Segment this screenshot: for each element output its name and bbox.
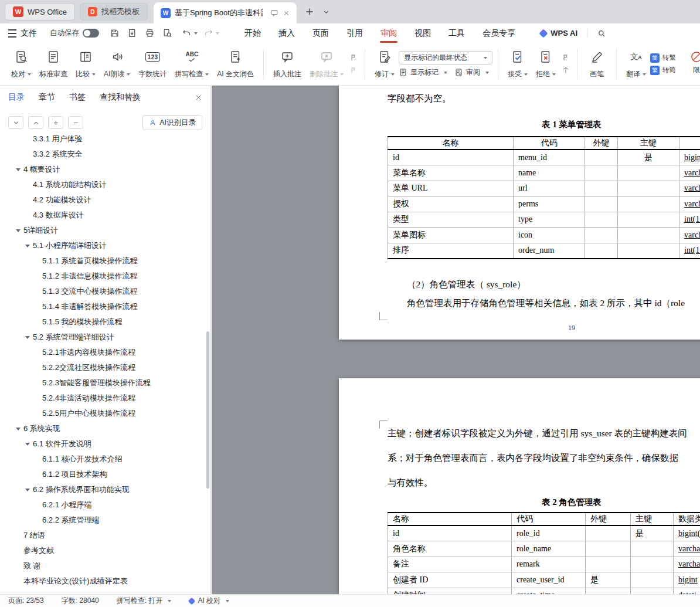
active-document-tab[interactable]: W 基于Spring Boot的非遗科普 [154,2,297,23]
outline-item[interactable]: 5.2.2交流社区模块操作流程 [0,360,207,375]
outline-item[interactable]: 参考文献 [0,543,207,558]
save-button[interactable] [110,28,120,38]
tab-contents[interactable]: 目录 [8,92,25,103]
close-pane-icon[interactable] [195,94,202,101]
wps-ai-button[interactable]: WPS AI [540,29,577,38]
sidebar-scrollbar[interactable] [206,331,209,489]
reviewers-button[interactable]: 审阅 [454,67,489,77]
outline-item[interactable]: 6.2.2 系统管理端 [0,513,207,528]
markup-state-select[interactable]: 显示标记的最终状态 [399,51,492,65]
outline-item[interactable]: 6.1.2 项目技术架构 [0,467,207,482]
delete-comment-button[interactable]: 删除批注 [305,45,348,83]
next-comment-icon[interactable] [349,66,358,74]
collapse-arrow-icon[interactable] [16,229,21,232]
comment-bubble-icon[interactable] [270,9,278,17]
proofread-button[interactable]: 校对 [7,45,35,83]
file-menu-button[interactable]: 文件 [8,28,37,39]
compare-button[interactable]: 比较 [72,45,100,83]
collapse-arrow-icon[interactable] [16,168,21,171]
outline-item[interactable]: 5.1.3 交流中心模块操作流程 [0,284,207,299]
outline-item[interactable]: 5.1 小程序端详细设计 [0,238,207,253]
outline-item[interactable]: 5.2.3智能客服管理模块操作流程 [0,375,207,391]
ink-pen-button[interactable]: 画笔 [583,45,611,83]
undo-button[interactable] [182,28,198,38]
outline-item[interactable]: 5.1.1 系统首页模块操作流程 [0,253,207,269]
outline-item[interactable]: 5.2.5用户中心模块操作流程 [0,406,207,421]
outline-item[interactable]: 4.1 系统功能结构设计 [0,177,207,192]
expand-all-button[interactable] [8,116,23,129]
redo-dropdown-caret[interactable] [216,32,219,36]
outline-item[interactable]: 7 结语 [0,528,207,543]
document-canvas[interactable]: 字段都不为空。 表 1 菜单管理表 名称代码外键主键数idmenu_id是big… [212,86,700,594]
collapse-arrow-icon[interactable] [25,489,30,491]
ai-proofread-indicator[interactable]: AI 校对 [189,596,229,606]
menu-tab-工具[interactable]: 工具 [440,23,474,43]
print-preview-button[interactable] [162,28,172,38]
word-count-indicator[interactable]: 字数: 28040 [62,596,99,606]
collapse-arrow-icon[interactable] [25,443,30,446]
redo-button[interactable] [203,28,219,38]
insert-comment-button[interactable]: 插入批注 [269,45,305,83]
outline-item[interactable]: 致 谢 [0,558,207,574]
outline-item[interactable]: 4.2 功能模块设计 [0,192,207,208]
previous-comment-icon[interactable] [349,53,358,62]
collapse-arrow-icon[interactable] [25,245,30,247]
menu-tab-插入[interactable]: 插入 [270,23,304,43]
outline-item[interactable]: 6.1.1 核心开发技术介绍 [0,452,207,467]
track-changes-button[interactable]: 修订 [371,45,399,83]
outline-item[interactable]: 4 概要设计 [0,162,207,177]
outline-item[interactable]: 6 系统实现 [0,421,207,436]
print-button[interactable] [145,28,155,38]
previous-change-icon[interactable] [562,53,570,62]
spellcheck-indicator[interactable]: 拼写检查: 打开 [117,596,172,606]
outline-item[interactable]: 5.1.4 非遗解答模块操作流程 [0,299,207,314]
restrict-edit-button[interactable]: 限 [682,45,700,79]
document-page-19[interactable]: 字段都不为空。 表 1 菜单管理表 名称代码外键主键数idmenu_id是big… [339,86,700,340]
collapse-all-button[interactable] [28,116,43,129]
page-indicator[interactable]: 页面: 23/53 [8,596,44,606]
new-tab-button[interactable] [305,7,314,16]
accept-change-button[interactable]: 接受 [504,45,532,83]
menu-tab-会员专享[interactable]: 会员专享 [474,23,524,43]
close-tab-icon[interactable] [283,10,290,16]
tab-chapters[interactable]: 章节 [39,92,55,103]
menu-tab-审阅[interactable]: 审阅 [372,23,406,43]
undo-dropdown-caret[interactable] [194,32,198,36]
outline-item[interactable]: 5.2.4非遗活动模块操作流程 [0,391,207,406]
promote-button[interactable] [48,116,63,129]
outline-item[interactable]: 3.3.1 用户体验 [0,131,207,147]
tab-find-replace[interactable]: 查找和替换 [100,92,141,103]
outline-item[interactable]: 5详细设计 [0,223,207,238]
outline-item[interactable]: 6.2 操作系统界面和功能实现 [0,482,207,497]
next-change-icon[interactable] [562,66,570,74]
outline-item[interactable]: 本科毕业论文(设计)成绩评定表 [0,574,207,589]
autosave-toggle[interactable] [83,29,99,38]
menu-tab-开始[interactable]: 开始 [236,23,270,43]
reject-change-button[interactable]: 拒绝 [532,45,560,83]
ai-read-aloud-button[interactable]: AI朗读 [100,45,134,83]
search-button[interactable] [597,29,606,38]
standard-review-button[interactable]: 标准审查 [35,45,72,83]
outline-item[interactable]: 5.1.5 我的模块操作流程 [0,314,207,330]
show-markup-button[interactable]: 显示标记 [399,67,447,77]
docer-template-tab[interactable]: D 找稻壳模板 [80,3,148,21]
outline-item[interactable]: 3.3.2 系统安全 [0,147,207,162]
export-pdf-button[interactable] [127,28,137,38]
menu-tab-引用[interactable]: 引用 [338,23,372,43]
outline-item[interactable]: 5.1.2 非遗信息模块操作流程 [0,269,207,284]
collapse-arrow-icon[interactable] [25,336,30,339]
outline-item[interactable]: 6.2.1 小程序端 [0,497,207,513]
outline-item[interactable]: 5.2.1非遗内容模块操作流程 [0,345,207,360]
outline-item[interactable]: 4.3 数据库设计 [0,208,207,223]
ai-recognize-toc-button[interactable]: AI识别目录 [142,115,202,130]
tab-list-chevron-icon[interactable] [322,8,330,16]
outline-item[interactable]: 5.2 系统管理端详细设计 [0,330,207,345]
spell-check-button[interactable]: ABC 拼写检查 [171,45,213,83]
outline-item[interactable]: 6.1 软件开发说明 [0,436,207,452]
wps-office-tab[interactable]: W WPS Office [5,3,75,21]
word-count-button[interactable]: 123 字数统计 [134,45,171,83]
translate-button[interactable]: 文A 翻译 [622,45,650,83]
demote-button[interactable] [68,116,83,129]
menu-tab-视图[interactable]: 视图 [406,23,440,43]
document-page-20[interactable]: 主键；创建者标识字段被定义为外键，通过引用 sys_user 表的主键构建表间 … [339,378,700,594]
